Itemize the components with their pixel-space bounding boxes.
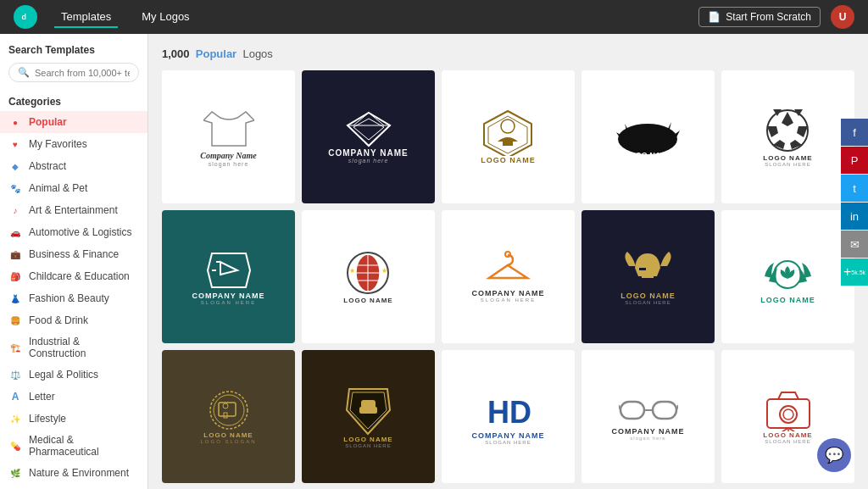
logo-card-13[interactable]: HD COMPANY NAME SLOGAN HERE	[442, 350, 575, 483]
card9-slogan: slogan here	[625, 300, 670, 305]
card6-company-name: COMPANY NAME	[192, 292, 264, 300]
svg-text:★: ★	[349, 267, 355, 275]
twitter-share-button[interactable]: t	[841, 175, 868, 202]
sidebar-item-animal[interactable]: 🐾 Animal & Pet	[0, 177, 147, 199]
svg-rect-30	[639, 268, 646, 270]
nav-tab-templates[interactable]: Templates	[54, 7, 118, 28]
svg-rect-40	[620, 402, 644, 419]
animal-label: Animal & Pet	[29, 182, 87, 194]
art-label: Art & Entertainment	[29, 204, 118, 216]
sidebar-item-popular[interactable]: ● Popular	[0, 111, 147, 133]
svg-text:d: d	[22, 13, 27, 21]
sidebar-item-legal[interactable]: ⚖️ Legal & Politics	[0, 364, 147, 386]
svg-point-10	[501, 119, 515, 133]
sidebar-item-letter[interactable]: A Letter	[0, 386, 147, 408]
logo-card-4[interactable]: Logo Name	[581, 70, 715, 203]
logo-card-2-inner: COMPANY NAME slogan here	[302, 70, 435, 203]
logo-card-7-inner: ★ ★ LOGO NAME	[302, 210, 435, 343]
logo-card-2[interactable]: COMPANY NAME slogan here	[302, 70, 435, 203]
logo-card-14-inner: COMPANY NAME slogan here	[581, 350, 715, 483]
sidebar-item-abstract[interactable]: ◆ Abstract	[0, 155, 147, 177]
sidebar-item-fashion[interactable]: 👗 Fashion & Beauty	[0, 287, 147, 309]
sidebar-item-lifestyle[interactable]: ✨ Lifestyle	[0, 408, 147, 430]
card9-logo-name: LOGO NAME	[620, 292, 676, 300]
logo-card-3-inner: LOGO NAME	[442, 70, 575, 203]
logo-card-5[interactable]: LOGO NAME SLOGAN HERE	[721, 70, 854, 203]
chat-button[interactable]: 💬	[817, 438, 851, 472]
favorites-label: My Favorites	[29, 138, 87, 150]
logo-count: 1,000	[162, 47, 190, 60]
email-share-button[interactable]: ✉	[841, 231, 868, 258]
sidebar-item-medical[interactable]: 💊 Medical & Pharmaceutical	[0, 430, 147, 462]
art-icon: ♪	[8, 203, 22, 217]
logo-card-7[interactable]: ★ ★ LOGO NAME	[302, 210, 435, 343]
legal-label: Legal & Politics	[29, 369, 98, 381]
card15-logo-name: LOGO NAME	[763, 431, 812, 439]
sidebar-item-art[interactable]: ♪ Art & Entertainment	[0, 199, 147, 221]
logo-grid: t Company Name slogan here COMPA	[162, 70, 854, 489]
card6-slogan: SLOGAN HERE	[201, 300, 256, 305]
filter-label: Popular	[196, 47, 236, 60]
card3-logo-name: LOGO NAME	[481, 156, 536, 164]
sidebar-search-section: Search Templates 🔍	[0, 34, 147, 89]
logo-card-13-inner: HD COMPANY NAME SLOGAN HERE	[442, 350, 575, 483]
food-icon: 🍔	[8, 314, 22, 327]
card12-logo-name: LOGO NAME	[343, 436, 392, 443]
logo-card-14[interactable]: COMPANY NAME slogan here	[581, 350, 715, 483]
linkedin-share-button[interactable]: in	[841, 203, 868, 230]
svg-text:HD: HD	[487, 395, 531, 430]
card5-logo-name: LOGO NAME	[763, 154, 812, 162]
sidebar-item-childcare[interactable]: 🎒 Childcare & Education	[0, 265, 147, 287]
search-label: Search Templates	[8, 44, 139, 56]
logo-card-10-inner: LOGO NAME	[721, 210, 854, 343]
sidebar-item-industrial[interactable]: 🏗️ Industrial & Construction	[0, 331, 147, 364]
industrial-label: Industrial & Construction	[29, 336, 139, 359]
logo-card-1[interactable]: t Company Name slogan here	[162, 70, 295, 203]
card10-logo-name: LOGO NAME	[760, 296, 815, 304]
svg-point-47	[783, 409, 793, 420]
nature-icon: 🌿	[8, 466, 22, 480]
main-layout: Search Templates 🔍 Categories ● Popular …	[0, 34, 868, 489]
logo-card-6[interactable]: COMPANY NAME SLOGAN HERE	[162, 210, 295, 343]
categories-label: Categories	[0, 89, 147, 111]
logo-card-4-inner: Logo Name	[581, 70, 715, 203]
logo-card-9[interactable]: LOGO NAME slogan here	[581, 210, 715, 343]
logo-card-8[interactable]: COMPANY NAME SLOGAN HERE	[442, 210, 575, 343]
logo-card-12[interactable]: LOGO NAME SLOGAN HERE	[302, 350, 435, 483]
sidebar-item-business[interactable]: 💼 Business & Finance	[0, 243, 147, 265]
sidebar-item-food[interactable]: 🍔 Food & Drink	[0, 309, 147, 331]
abstract-icon: ◆	[8, 159, 22, 173]
logo-card-11[interactable]: LOGO NAME LOGO SLOGAN	[162, 350, 295, 483]
svg-point-36	[223, 403, 228, 408]
sidebar-item-automotive[interactable]: 🚗 Automotive & Logistics	[0, 221, 147, 243]
childcare-icon: 🎒	[8, 270, 22, 283]
favorites-icon: ♥	[8, 137, 22, 151]
search-input[interactable]	[35, 68, 130, 78]
letter-label: Letter	[29, 391, 55, 403]
card15-slogan: SLOGAN HERE	[765, 439, 810, 444]
logo-card-12-inner: LOGO NAME SLOGAN HERE	[302, 350, 435, 483]
logo-card-10[interactable]: LOGO NAME	[721, 210, 854, 343]
sidebar-item-nature[interactable]: 🌿 Nature & Environment	[0, 462, 147, 484]
logo-card-3[interactable]: LOGO NAME	[442, 70, 575, 203]
card14-company-name: COMPANY NAME	[611, 427, 684, 436]
search-icon: 🔍	[18, 67, 30, 78]
business-label: Business & Finance	[29, 248, 119, 260]
svg-rect-29	[642, 273, 654, 278]
sidebar-item-nonprofit[interactable]: 🎗️ Non-Profit	[0, 484, 147, 489]
card5-slogan: SLOGAN HERE	[765, 162, 810, 167]
top-nav: d Templates My Logos 📄 Start From Scratc…	[0, 0, 868, 34]
svg-marker-17	[220, 262, 237, 275]
svg-point-46	[780, 406, 797, 423]
app-logo[interactable]: d	[14, 5, 37, 29]
start-from-scratch-button[interactable]: 📄 Start From Scratch	[698, 7, 821, 27]
sidebar-item-favorites[interactable]: ♥ My Favorites	[0, 133, 147, 155]
card7-logo-name: LOGO NAME	[343, 297, 392, 304]
user-avatar[interactable]: U	[831, 5, 854, 29]
facebook-share-button[interactable]: f	[841, 119, 868, 146]
logo-card-9-inner: LOGO NAME slogan here	[581, 210, 715, 343]
more-share-button[interactable]: +5k.5k	[841, 258, 868, 286]
pinterest-share-button[interactable]: P	[841, 147, 868, 174]
search-box: 🔍	[8, 63, 139, 82]
nav-tab-mylogos[interactable]: My Logos	[135, 7, 196, 28]
